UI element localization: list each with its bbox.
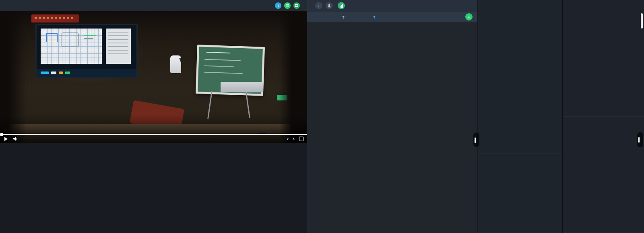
annotation-header: ↓ xyxy=(307,0,477,12)
player-controls: ‹ › xyxy=(0,115,307,143)
classroom-icon[interactable] xyxy=(338,2,345,9)
video-frame[interactable]: ‹ › xyxy=(0,11,307,143)
fullscreen-icon[interactable] xyxy=(299,137,303,141)
progress-bar[interactable] xyxy=(0,134,307,135)
panel-pedagogy xyxy=(478,77,562,153)
user-icon[interactable] xyxy=(326,2,333,9)
projection-screen xyxy=(35,24,138,78)
volume-icon[interactable] xyxy=(13,137,18,141)
panel-material xyxy=(478,153,562,233)
filter-icon[interactable] xyxy=(373,16,376,19)
slide-content xyxy=(41,29,102,64)
scroll-indicator[interactable] xyxy=(637,132,643,147)
activity-timeline-chart[interactable] xyxy=(0,143,307,233)
annotation-panel: ↓ + xyxy=(307,0,477,233)
prev-icon[interactable]: ‹ xyxy=(287,136,289,142)
material-radar-chart xyxy=(478,153,562,233)
teacher xyxy=(173,50,178,56)
usage-column xyxy=(562,0,644,233)
slide-secondary xyxy=(106,29,131,64)
group-tag xyxy=(200,100,208,102)
panel-tech-interaction xyxy=(478,0,562,77)
usage-time-chart xyxy=(563,117,644,233)
dashboard-root: i xyxy=(0,0,644,233)
metrics-column xyxy=(478,0,562,233)
panel-usage-time xyxy=(563,117,644,233)
panel-usage-count xyxy=(563,0,644,117)
pedagogy-rose-chart xyxy=(478,77,562,153)
white-table xyxy=(221,82,263,92)
play-button[interactable] xyxy=(4,137,8,141)
download-icon[interactable]: ↓ xyxy=(315,2,322,9)
annotation-list xyxy=(307,22,477,233)
video-titlebar: i xyxy=(0,0,307,11)
interaction-gauge xyxy=(495,18,544,66)
scroll-indicator[interactable] xyxy=(473,133,479,147)
grid-icon[interactable] xyxy=(293,2,300,9)
filter-icon[interactable] xyxy=(342,16,345,19)
info-icon[interactable]: i xyxy=(275,2,281,9)
table-header: + xyxy=(307,12,477,22)
col-marker[interactable] xyxy=(331,15,355,19)
usage-count-chart xyxy=(563,0,644,117)
classroom-banner xyxy=(31,14,79,22)
scrollbar-thumb[interactable] xyxy=(641,13,643,29)
menu-icon[interactable] xyxy=(284,2,291,9)
next-icon[interactable]: › xyxy=(293,136,295,142)
add-annotation-button[interactable]: + xyxy=(465,13,473,20)
screen-toolbar xyxy=(37,69,136,77)
col-category[interactable] xyxy=(355,15,393,19)
